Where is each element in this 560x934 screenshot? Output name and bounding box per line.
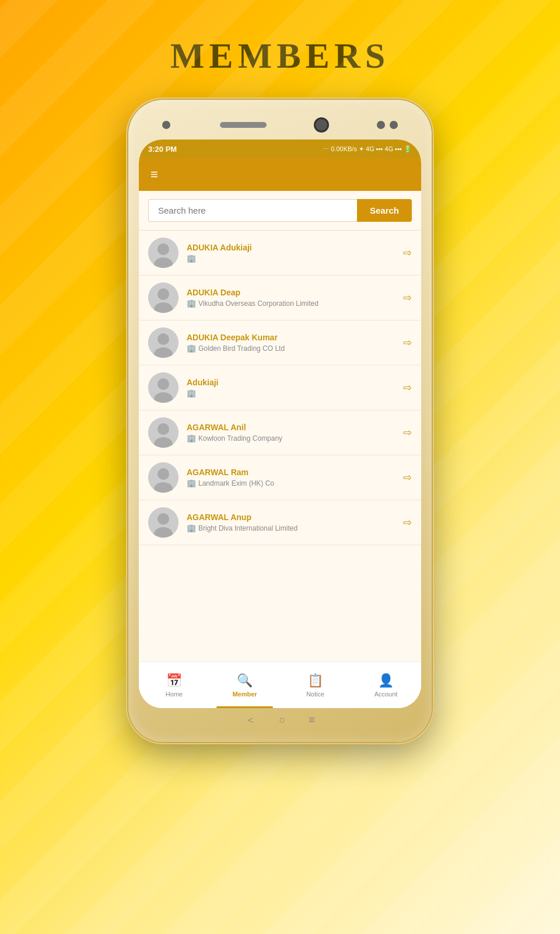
status-icons: ⋯ 0.00KB/s ✦ 4G ▪▪▪ 4G ▪▪▪ 🔋 [323, 145, 412, 153]
member-name: ADUKIA Adukiaji [187, 243, 395, 252]
avatar [148, 507, 178, 538]
nav-item-member[interactable]: 🔍 Member [209, 662, 280, 708]
member-name: Adukiaji [187, 378, 395, 387]
search-container: Search [139, 191, 421, 231]
list-item[interactable]: Adukiaji🏢⇨ [139, 365, 421, 410]
member-arrow-icon: ⇨ [403, 516, 412, 529]
avatar [148, 283, 178, 313]
list-item[interactable]: ADUKIA Adukiaji🏢⇨ [139, 231, 421, 276]
phone-bottom-bar: ＜ ○ ≡ [139, 708, 421, 731]
member-arrow-icon: ⇨ [403, 426, 412, 439]
page-title: MEMBERS [170, 35, 390, 76]
sensor-1 [162, 121, 170, 129]
svg-point-10 [158, 378, 169, 390]
phone-sensors [162, 121, 170, 129]
phone-shell: 3:20 PM ⋯ 0.00KB/s ✦ 4G ▪▪▪ 4G ▪▪▪ 🔋 ≡ S… [128, 100, 432, 742]
members-list: ADUKIA Adukiaji🏢⇨ ADUKIA Deap🏢Vikudha Ov… [139, 231, 421, 661]
home-btn[interactable]: ○ [279, 714, 285, 726]
svg-point-19 [158, 513, 169, 525]
search-button[interactable]: Search [357, 199, 412, 222]
phone-top-bar [139, 110, 421, 140]
nav-label-home: Home [166, 691, 183, 698]
svg-point-4 [158, 288, 169, 300]
building-icon: 🏢 [187, 434, 196, 442]
svg-point-16 [158, 468, 169, 480]
member-info: AGARWAL Ram🏢Landmark Exim (HK) Co [187, 468, 395, 487]
phone-camera [316, 119, 327, 131]
building-icon: 🏢 [187, 344, 196, 353]
avatar [148, 327, 178, 358]
sensor-3 [390, 121, 398, 129]
member-name: AGARWAL Ram [187, 468, 395, 477]
list-item[interactable]: ADUKIA Deepak Kumar🏢Golden Bird Trading … [139, 320, 421, 365]
list-item[interactable]: AGARWAL Anup🏢Bright Diva International L… [139, 500, 421, 545]
building-icon: 🏢 [187, 389, 196, 398]
member-info: ADUKIA Deepak Kumar🏢Golden Bird Trading … [187, 333, 395, 353]
nav-item-home[interactable]: 📅 Home [139, 662, 209, 708]
member-company: 🏢Bright Diva International Limited [187, 524, 395, 532]
phone-sensors-right [377, 121, 398, 129]
member-info: AGARWAL Anil🏢Kowloon Trading Company [187, 423, 395, 442]
member-arrow-icon: ⇨ [403, 291, 412, 304]
nav-label-account: Account [374, 691, 398, 698]
avatar [148, 238, 178, 268]
building-icon: 🏢 [187, 254, 196, 263]
member-name: AGARWAL Anup [187, 513, 395, 522]
member-arrow-icon: ⇨ [403, 381, 412, 394]
svg-point-1 [158, 243, 169, 255]
list-item[interactable]: AGARWAL Anil🏢Kowloon Trading Company⇨ [139, 410, 421, 455]
member-info: ADUKIA Deap🏢Vikudha Overseas Corporation… [187, 288, 395, 308]
menu-btn[interactable]: ≡ [309, 714, 315, 726]
nav-item-account[interactable]: 👤 Account [351, 662, 421, 708]
phone-screen: 3:20 PM ⋯ 0.00KB/s ✦ 4G ▪▪▪ 4G ▪▪▪ 🔋 ≡ S… [139, 140, 421, 708]
home-icon: 📅 [166, 673, 182, 688]
avatar [148, 417, 178, 448]
member-name: AGARWAL Anil [187, 423, 395, 432]
member-company: 🏢 [187, 254, 395, 263]
bottom-nav: 📅 Home 🔍 Member 📋 Notice 👤 Account [139, 661, 421, 708]
member-company: 🏢Golden Bird Trading CO Ltd [187, 344, 395, 353]
hamburger-icon[interactable]: ≡ [150, 167, 158, 182]
member-company: 🏢 [187, 389, 395, 398]
member-name: ADUKIA Deap [187, 288, 395, 297]
member-arrow-icon: ⇨ [403, 336, 412, 349]
phone-speaker [220, 122, 267, 128]
back-btn[interactable]: ＜ [245, 713, 256, 727]
network-icon: ⋯ 0.00KB/s ✦ 4G ▪▪▪ 4G ▪▪▪ 🔋 [323, 145, 412, 153]
svg-point-13 [158, 423, 169, 435]
building-icon: 🏢 [187, 479, 196, 487]
avatar [148, 372, 178, 403]
member-company: 🏢Kowloon Trading Company [187, 434, 395, 442]
svg-point-7 [158, 333, 169, 345]
nav-item-notice[interactable]: 📋 Notice [280, 662, 351, 708]
list-item[interactable]: ADUKIA Deap🏢Vikudha Overseas Corporation… [139, 276, 421, 320]
member-info: AGARWAL Anup🏢Bright Diva International L… [187, 513, 395, 532]
nav-label-member: Member [232, 691, 257, 698]
member-name: ADUKIA Deepak Kumar [187, 333, 395, 342]
member-company: 🏢Vikudha Overseas Corporation Limited [187, 299, 395, 308]
member-company: 🏢Landmark Exim (HK) Co [187, 479, 395, 487]
app-header: ≡ [139, 158, 421, 191]
sensor-2 [377, 121, 385, 129]
building-icon: 🏢 [187, 524, 196, 532]
nav-label-notice: Notice [306, 691, 324, 698]
member-arrow-icon: ⇨ [403, 471, 412, 484]
search-input[interactable] [148, 199, 357, 222]
building-icon: 🏢 [187, 299, 196, 308]
status-time: 3:20 PM [148, 145, 177, 154]
member-info: Adukiaji🏢 [187, 378, 395, 398]
status-bar: 3:20 PM ⋯ 0.00KB/s ✦ 4G ▪▪▪ 4G ▪▪▪ 🔋 [139, 140, 421, 158]
avatar [148, 462, 178, 493]
notice-icon: 📋 [307, 673, 323, 688]
member-info: ADUKIA Adukiaji🏢 [187, 243, 395, 263]
member-arrow-icon: ⇨ [403, 246, 412, 259]
list-item[interactable]: AGARWAL Ram🏢Landmark Exim (HK) Co⇨ [139, 455, 421, 500]
account-icon: 👤 [378, 673, 394, 688]
member-icon: 🔍 [237, 673, 253, 688]
